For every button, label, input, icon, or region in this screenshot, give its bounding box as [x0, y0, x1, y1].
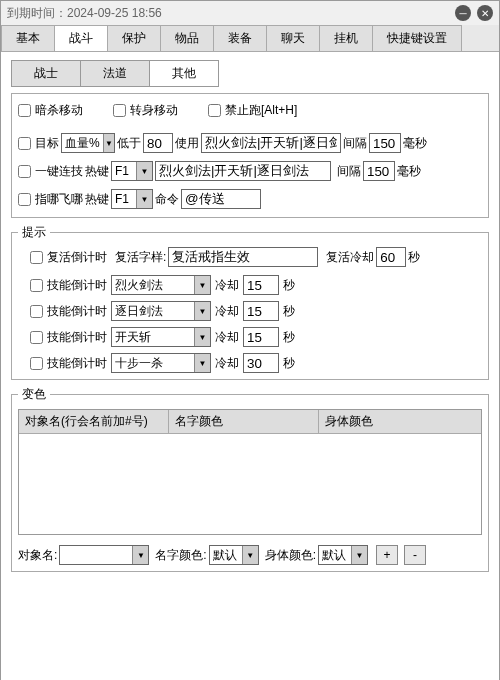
table-body[interactable]	[19, 434, 481, 534]
chevron-down-icon[interactable]: ▼	[351, 546, 367, 564]
main-tab-7[interactable]: 快捷键设置	[372, 25, 462, 51]
combo-interval-input[interactable]	[363, 161, 395, 181]
main-tab-0[interactable]: 基本	[1, 25, 55, 51]
skill-name-select[interactable]: 开天斩▼	[111, 327, 211, 347]
turn-move-checkbox[interactable]: 转身移动	[113, 102, 178, 119]
main-tab-5[interactable]: 聊天	[266, 25, 320, 51]
target-threshold-input[interactable]	[143, 133, 173, 153]
add-button[interactable]: +	[376, 545, 398, 565]
skill-countdown-checkbox[interactable]: 技能倒计时	[30, 355, 107, 372]
skill-name-select[interactable]: 逐日剑法▼	[111, 301, 211, 321]
skill-name-select[interactable]: 十步一杀▼	[111, 353, 211, 373]
main-tab-6[interactable]: 挂机	[319, 25, 373, 51]
expiry-text: 到期时间：2024-09-25 18:56	[7, 5, 162, 22]
delete-button[interactable]: -	[404, 545, 426, 565]
chevron-down-icon[interactable]: ▼	[194, 302, 210, 320]
main-tab-1[interactable]: 战斗	[54, 25, 108, 51]
content-area: 战士法道其他 暗杀移动 转身移动 禁止跑[Alt+H] 目标 血量%▼ 低于 使…	[1, 52, 499, 680]
skill-countdown-list: 技能倒计时烈火剑法▼冷却秒技能倒计时逐日剑法▼冷却秒技能倒计时开天斩▼冷却秒技能…	[18, 275, 482, 373]
fly-checkbox[interactable]: 指哪飞哪	[18, 191, 83, 208]
chevron-down-icon[interactable]: ▼	[194, 276, 210, 294]
main-tab-2[interactable]: 保护	[107, 25, 161, 51]
cd-label: 冷却	[215, 329, 239, 346]
fly-cmd-input[interactable]	[181, 189, 261, 209]
name-color-label: 名字颜色:	[155, 547, 206, 564]
skill-row: 技能倒计时开天斩▼冷却秒	[18, 327, 482, 347]
cd-label: 冷却	[215, 277, 239, 294]
revive-countdown-checkbox[interactable]: 复活倒计时	[30, 249, 107, 266]
skill-name-select[interactable]: 烈火剑法▼	[111, 275, 211, 295]
skill-row: 技能倒计时十步一杀▼冷却秒	[18, 353, 482, 373]
assassin-move-checkbox[interactable]: 暗杀移动	[18, 102, 83, 119]
titlebar: 到期时间：2024-09-25 18:56 ─ ✕	[1, 1, 499, 25]
table-header: 对象名(行会名前加#号) 名字颜色 身体颜色	[19, 410, 481, 434]
cd-label: 冷却	[215, 355, 239, 372]
sec-label: 秒	[283, 329, 295, 346]
col-object-name: 对象名(行会名前加#号)	[19, 410, 169, 433]
object-name-label: 对象名:	[18, 547, 57, 564]
cmd-label: 命令	[155, 191, 179, 208]
skill-cd-input[interactable]	[243, 353, 279, 373]
ms-label: 毫秒	[403, 135, 427, 152]
hints-fieldset: 提示 复活倒计时 复活字样: 复活冷却 秒 技能倒计时烈火剑法▼冷却秒技能倒计时…	[11, 224, 489, 380]
below-label: 低于	[117, 135, 141, 152]
main-tabs: 基本战斗保护物品装备聊天挂机快捷键设置	[1, 25, 499, 52]
minimize-button[interactable]: ─	[455, 5, 471, 21]
colors-legend: 变色	[18, 386, 50, 403]
col-name-color: 名字颜色	[169, 410, 319, 433]
sub-tab-0[interactable]: 战士	[11, 60, 81, 87]
sec-label: 秒	[283, 355, 295, 372]
main-tab-4[interactable]: 装备	[213, 25, 267, 51]
revive-cd-label: 复活冷却	[326, 249, 374, 266]
colors-fieldset: 变色 对象名(行会名前加#号) 名字颜色 身体颜色 对象名: ▼ 名字颜色: 默…	[11, 386, 489, 572]
sec-label: 秒	[408, 249, 420, 266]
target-metric-select[interactable]: 血量%▼	[61, 133, 115, 153]
use-label: 使用	[175, 135, 199, 152]
skill-cd-input[interactable]	[243, 327, 279, 347]
target-skills-input[interactable]	[201, 133, 341, 153]
target-checkbox[interactable]: 目标	[18, 135, 59, 152]
app-window: 到期时间：2024-09-25 18:56 ─ ✕ 基本战斗保护物品装备聊天挂机…	[0, 0, 500, 680]
skill-cd-input[interactable]	[243, 275, 279, 295]
main-tab-3[interactable]: 物品	[160, 25, 214, 51]
target-interval-input[interactable]	[369, 133, 401, 153]
chevron-down-icon[interactable]: ▼	[132, 546, 148, 564]
close-button[interactable]: ✕	[477, 5, 493, 21]
chevron-down-icon[interactable]: ▼	[194, 328, 210, 346]
skill-cd-input[interactable]	[243, 301, 279, 321]
interval-label: 间隔	[337, 163, 361, 180]
window-controls: ─ ✕	[455, 5, 493, 21]
movement-panel: 暗杀移动 转身移动 禁止跑[Alt+H] 目标 血量%▼ 低于 使用 间隔 毫秒…	[11, 93, 489, 218]
chevron-down-icon[interactable]: ▼	[136, 162, 152, 180]
revive-text-label: 复活字样:	[115, 249, 166, 266]
sub-tab-1[interactable]: 法道	[80, 60, 150, 87]
combo-hotkey-select[interactable]: F1▼	[111, 161, 153, 181]
col-body-color: 身体颜色	[319, 410, 481, 433]
body-color-select[interactable]: 默认▼	[318, 545, 368, 565]
sub-tabs: 战士法道其他	[11, 60, 489, 87]
skill-countdown-checkbox[interactable]: 技能倒计时	[30, 277, 107, 294]
no-run-checkbox[interactable]: 禁止跑[Alt+H]	[208, 102, 297, 119]
revive-cd-input[interactable]	[376, 247, 406, 267]
sec-label: 秒	[283, 303, 295, 320]
sub-tab-2[interactable]: 其他	[149, 60, 219, 87]
skill-countdown-checkbox[interactable]: 技能倒计时	[30, 303, 107, 320]
hints-legend: 提示	[18, 224, 50, 241]
revive-text-input[interactable]	[168, 247, 318, 267]
interval-label: 间隔	[343, 135, 367, 152]
body-color-label: 身体颜色:	[265, 547, 316, 564]
chevron-down-icon[interactable]: ▼	[242, 546, 258, 564]
cd-label: 冷却	[215, 303, 239, 320]
fly-hotkey-select[interactable]: F1▼	[111, 189, 153, 209]
combo-skills-input[interactable]	[155, 161, 331, 181]
sec-label: 秒	[283, 277, 295, 294]
chevron-down-icon[interactable]: ▼	[194, 354, 210, 372]
name-color-select[interactable]: 默认▼	[209, 545, 259, 565]
chevron-down-icon[interactable]: ▼	[103, 134, 114, 152]
hotkey-label: 热键	[85, 191, 109, 208]
combo-checkbox[interactable]: 一键连技	[18, 163, 83, 180]
object-name-select[interactable]: ▼	[59, 545, 149, 565]
colors-table: 对象名(行会名前加#号) 名字颜色 身体颜色	[18, 409, 482, 535]
skill-countdown-checkbox[interactable]: 技能倒计时	[30, 329, 107, 346]
chevron-down-icon[interactable]: ▼	[136, 190, 152, 208]
